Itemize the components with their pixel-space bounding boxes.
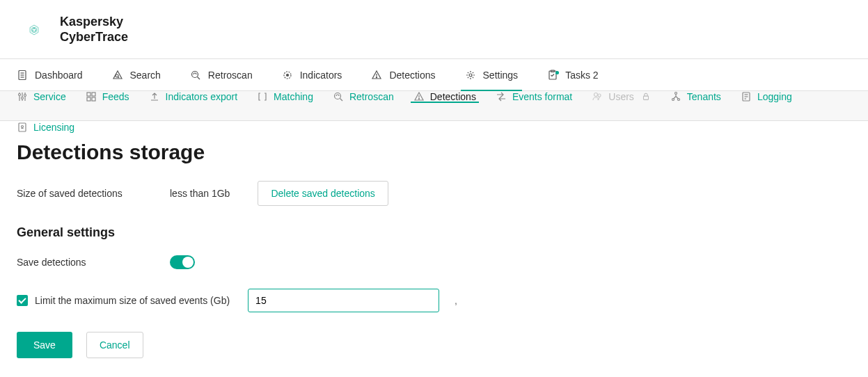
svg-rect-25	[87, 93, 90, 96]
save-detections-toggle[interactable]	[170, 255, 195, 269]
search-triangle-icon	[112, 70, 123, 81]
page-title: Detections storage	[17, 141, 610, 164]
svg-point-33	[594, 93, 598, 97]
delete-saved-detections-button[interactable]: Delete saved detections	[258, 181, 388, 206]
subnav-events-format[interactable]: Events format	[496, 91, 572, 102]
nav-label: Indicators	[300, 70, 342, 81]
general-settings-title: General settings	[17, 225, 610, 240]
brand-logo: Kaspersky CyberTrace	[17, 13, 128, 47]
arrows-icon	[496, 91, 507, 102]
hierarchy-icon	[670, 91, 681, 102]
nav-retroscan[interactable]: Retroscan	[190, 59, 253, 90]
cancel-button[interactable]: Cancel	[86, 332, 143, 358]
subnav-service[interactable]: Service	[17, 91, 66, 102]
retroscan-icon	[190, 70, 201, 81]
svg-rect-26	[92, 93, 95, 96]
svg-point-24	[24, 95, 26, 97]
content: Detections storage Size of saved detecti…	[0, 121, 626, 377]
subnav-retroscan[interactable]: Retroscan	[333, 91, 394, 102]
svg-point-36	[674, 93, 677, 95]
subnav-indicators-export[interactable]: Indicators export	[149, 91, 238, 102]
svg-rect-28	[92, 97, 95, 101]
actions: Save Cancel	[17, 332, 610, 358]
license-icon	[17, 122, 28, 133]
subnav-label: Logging	[757, 91, 792, 102]
alert-triangle-icon	[413, 91, 425, 102]
nav-label: Search	[130, 70, 161, 81]
nav-label: Dashboard	[35, 70, 83, 81]
separator: ,	[455, 295, 457, 306]
subnav-label: Indicators export	[166, 91, 238, 102]
notification-dot	[555, 71, 559, 74]
retroscan-icon	[333, 91, 344, 102]
svg-point-29	[334, 93, 340, 99]
subnav-label: Matching	[274, 91, 313, 102]
svg-rect-27	[87, 97, 90, 101]
subnav-label: Events format	[512, 91, 572, 102]
export-icon	[149, 91, 160, 102]
svg-point-1	[32, 30, 33, 31]
subnav-tenants[interactable]: Tenants	[670, 91, 721, 102]
svg-point-23	[22, 97, 24, 99]
grid-icon	[86, 91, 97, 102]
document-icon	[17, 70, 28, 81]
limit-value-input[interactable]	[248, 289, 439, 312]
size-row: Size of saved detections less than 1Gb D…	[17, 181, 610, 206]
subnav-label: Feeds	[102, 91, 129, 102]
users-icon	[592, 91, 603, 102]
size-label: Size of saved detections	[17, 188, 170, 199]
svg-line-9	[118, 77, 119, 78]
subnav-logging[interactable]: Logging	[741, 91, 792, 102]
limit-label: Limit the maximum size of saved events (…	[35, 295, 230, 306]
svg-point-2	[35, 30, 36, 31]
subnav-licensing[interactable]: Licensing	[17, 122, 74, 133]
subnav-detections[interactable]: Detections	[413, 91, 476, 102]
subnav-label: Users	[608, 91, 634, 102]
subnav-label: Licensing	[33, 122, 74, 133]
subnav-feeds[interactable]: Feeds	[86, 91, 129, 102]
svg-point-16	[469, 74, 472, 77]
nav-detections[interactable]: Detections	[371, 59, 435, 90]
lock-icon	[641, 92, 651, 102]
brand-line-2: CyberTrace	[60, 30, 128, 45]
nav-label: Retroscan	[208, 70, 253, 81]
gear-icon	[465, 70, 476, 81]
save-detections-label: Save detections	[17, 257, 170, 268]
subnav-users: Users	[592, 91, 651, 102]
nav-indicators[interactable]: Indicators	[282, 59, 342, 90]
size-value: less than 1Gb	[170, 188, 230, 199]
limit-row: Limit the maximum size of saved events (…	[17, 289, 610, 312]
svg-point-8	[116, 74, 118, 77]
logo-icon	[17, 13, 52, 47]
brackets-icon	[257, 91, 268, 102]
svg-point-10	[191, 71, 198, 77]
svg-point-13	[286, 74, 288, 76]
nav-settings[interactable]: Settings	[465, 59, 519, 90]
brand-line-1: Kaspersky	[60, 15, 128, 30]
header: Kaspersky CyberTrace	[0, 0, 868, 58]
subnav-label: Retroscan	[349, 91, 394, 102]
nav-label: Settings	[483, 70, 519, 81]
subnav-matching[interactable]: Matching	[257, 91, 313, 102]
save-detections-row: Save detections	[17, 255, 610, 269]
main-nav: Dashboard Search Retroscan Indicators De…	[0, 58, 868, 90]
svg-line-11	[197, 77, 200, 79]
subnav-label: Detections	[430, 91, 476, 102]
svg-point-22	[19, 94, 21, 96]
save-button[interactable]: Save	[17, 332, 72, 358]
nav-tasks[interactable]: Tasks 2	[547, 59, 598, 90]
alert-triangle-icon	[371, 70, 382, 81]
subnav-label: Tenants	[687, 91, 721, 102]
sub-nav: Service Feeds Indicators export Matching…	[0, 90, 868, 121]
nav-search[interactable]: Search	[112, 59, 161, 90]
log-icon	[741, 91, 752, 102]
nav-label: Tasks 2	[565, 70, 598, 81]
nav-dashboard[interactable]: Dashboard	[17, 59, 83, 90]
nav-label: Detections	[389, 70, 435, 81]
indicators-icon	[282, 70, 293, 81]
svg-line-30	[340, 99, 342, 102]
limit-checkbox[interactable]	[17, 295, 28, 306]
sliders-icon	[17, 91, 28, 102]
svg-point-44	[22, 126, 24, 128]
svg-point-32	[418, 99, 419, 99]
